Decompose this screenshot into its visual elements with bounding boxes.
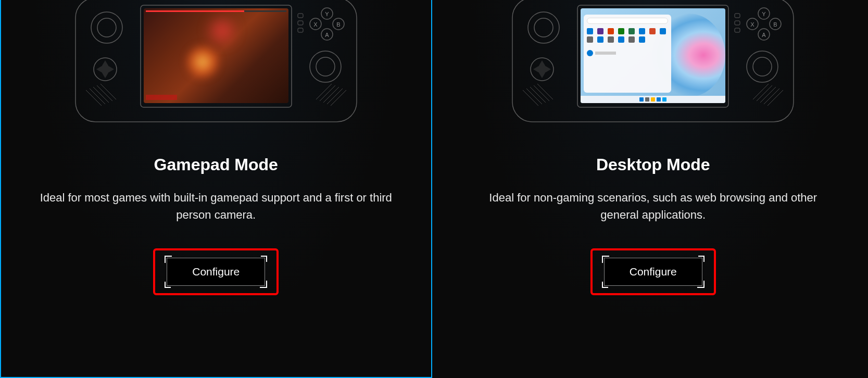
svg-point-6	[316, 57, 335, 76]
svg-rect-44	[735, 21, 740, 25]
svg-point-31	[534, 18, 553, 37]
handheld-device-illustration: Y X B A	[68, 0, 364, 124]
svg-point-2	[91, 12, 122, 43]
svg-point-3	[97, 18, 116, 37]
svg-point-34	[753, 57, 772, 76]
svg-rect-17	[298, 28, 303, 32]
desktop-configure-highlight: Configure	[590, 248, 716, 295]
gamepad-mode-card[interactable]: Y X B A Gamepad Mode Ideal for most game…	[0, 0, 432, 378]
gamepad-configure-button[interactable]: Configure	[167, 258, 265, 286]
gamepad-configure-highlight: Configure	[153, 248, 279, 295]
gamepad-game-preview	[144, 8, 288, 103]
svg-point-30	[528, 12, 559, 43]
svg-text:B: B	[774, 21, 777, 28]
gamepad-mode-description: Ideal for most games with built-in gamep…	[39, 189, 393, 223]
desktop-mode-title: Desktop Mode	[596, 155, 710, 174]
svg-rect-43	[735, 14, 740, 18]
card-divider	[432, 0, 438, 378]
svg-text:A: A	[762, 32, 766, 38]
desktop-configure-label: Configure	[630, 266, 677, 278]
desktop-configure-button[interactable]: Configure	[604, 258, 702, 286]
svg-rect-45	[735, 28, 740, 32]
svg-text:Y: Y	[325, 11, 329, 17]
svg-point-33	[747, 51, 778, 82]
svg-point-5	[310, 51, 341, 82]
windows-taskbar	[581, 96, 725, 103]
handheld-device-illustration: Y X B A	[505, 0, 801, 124]
gamepad-mode-title: Gamepad Mode	[154, 155, 278, 174]
svg-rect-15	[298, 14, 303, 18]
windows-start-menu	[584, 15, 671, 93]
desktop-mode-card[interactable]: Y X B A	[438, 0, 869, 378]
gamepad-configure-label: Configure	[192, 266, 240, 278]
svg-text:B: B	[336, 21, 340, 28]
desktop-mode-description: Ideal for non-gaming scenarios, such as …	[476, 189, 830, 223]
desktop-windows-preview	[581, 8, 725, 103]
svg-rect-16	[298, 21, 303, 25]
svg-text:A: A	[325, 32, 329, 38]
svg-text:Y: Y	[762, 11, 766, 17]
svg-text:X: X	[313, 21, 318, 28]
svg-text:X: X	[751, 21, 755, 28]
